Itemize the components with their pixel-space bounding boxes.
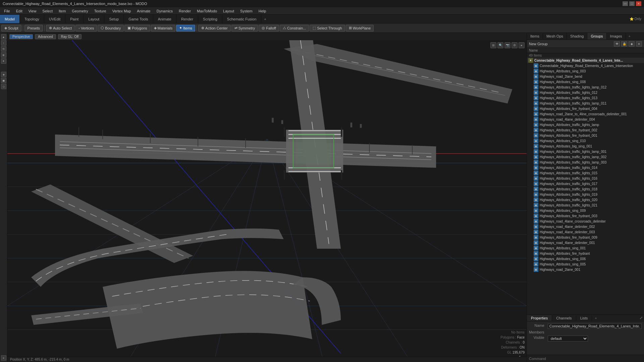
list-item[interactable]: ▣ Highways_Attributes_traffic_lights_020 <box>527 197 644 202</box>
list-item[interactable]: ▣ Highways_Attributes_fire_hydrant_009 <box>527 235 644 240</box>
tab-channels[interactable]: Channels <box>552 315 576 321</box>
list-item[interactable]: ▣ Highways_Attributes_fire_hydrant_002 <box>527 127 644 133</box>
boundary-button[interactable]: ⬡ Boundary <box>98 25 124 32</box>
list-item[interactable]: ▣ Highways_Attributes_traffic_lights_014 <box>527 165 644 170</box>
menu-render[interactable]: Render <box>176 8 194 14</box>
menu-item[interactable]: Item <box>56 8 68 14</box>
vp-tool-4[interactable]: ⚙ <box>512 42 518 48</box>
list-item[interactable]: ▣ Highways_road_2lane_001 <box>527 267 644 272</box>
items-list[interactable]: 49 Items ▼ Connectable_Highway_Road_Elem… <box>527 53 644 314</box>
advanced-button[interactable]: Advanced <box>35 34 56 39</box>
right-header-more-btn[interactable]: ≡ <box>636 41 642 47</box>
left-tool-6[interactable]: ◈ <box>1 72 6 77</box>
vertices-button[interactable]: ◦ Vertices <box>75 25 97 32</box>
menu-select[interactable]: Select <box>40 8 55 14</box>
list-item[interactable]: ▣ Highways_Attributes_sing_009 <box>527 208 644 213</box>
symmetry-button[interactable]: ⇌ Symmetry <box>231 25 258 32</box>
right-tab-images[interactable]: Images <box>607 33 626 40</box>
right-tab-groups[interactable]: Groups <box>587 33 606 40</box>
menu-maxtomodo[interactable]: MaxToModo <box>194 8 220 14</box>
tab-add-button[interactable]: + <box>261 16 269 22</box>
constrain-button[interactable]: ⧍ Constrain... <box>280 25 309 32</box>
right-tab-shading[interactable]: Shading <box>567 33 587 40</box>
list-item[interactable]: ▣ Highways_Attributes_fire_hydrant_004 <box>527 106 644 111</box>
materials-button[interactable]: ◈ Materials <box>151 25 176 32</box>
left-tool-8[interactable]: ◇ <box>1 84 6 89</box>
right-tab-items[interactable]: Items <box>527 33 543 40</box>
list-item[interactable]: ▣ Highways_Attributes_sing_005 <box>527 261 644 267</box>
list-item[interactable]: ▣ Highways_road_4lane_delimiter_001 <box>527 240 644 245</box>
tab-properties[interactable]: Properties <box>527 315 552 321</box>
menu-view[interactable]: View <box>26 8 39 14</box>
list-item[interactable]: ▣ Highways_Attributes_fire_hydrant_003 <box>527 213 644 219</box>
tab-layout[interactable]: Layout <box>84 15 104 23</box>
left-tool-4[interactable]: ⊕ <box>1 52 6 58</box>
tab-setup[interactable]: Setup <box>104 15 124 23</box>
command-input[interactable] <box>529 357 642 361</box>
polygons-button[interactable]: ▣ Polygons <box>124 25 150 32</box>
list-item[interactable]: ▣ Highways_Attributes_traffic_lights_019 <box>527 192 644 197</box>
list-item[interactable]: ▣ Highways_Attributes_traffic_lights_lam… <box>527 101 644 106</box>
auto-select-button[interactable]: ⊕ Auto Select <box>46 25 75 32</box>
list-item[interactable]: ▣ Highways_Attributes_traffic_lights_lam… <box>527 149 644 154</box>
list-item[interactable]: ▣ Highways_road_4lane_delimiter_004 <box>527 117 644 122</box>
menu-file[interactable]: File <box>1 8 13 14</box>
menu-geometry[interactable]: Geometry <box>69 8 91 14</box>
minimize-button[interactable]: — <box>623 1 628 6</box>
right-header-render-btn[interactable]: ◈ <box>629 41 635 47</box>
menu-edit[interactable]: Edit <box>13 8 25 14</box>
left-tool-1[interactable]: ▲ <box>1 34 6 40</box>
tab-schematic[interactable]: Schematic Fusion <box>222 15 261 23</box>
list-item[interactable]: ▣ Highways_road_2lane_to_4line_crossroad… <box>527 111 644 117</box>
list-item[interactable]: ▣ Highways_Attributes_big_sing_001 <box>527 143 644 149</box>
list-item[interactable]: ▣ Highways_Attributes_sing_008 <box>527 79 644 84</box>
left-tool-5[interactable]: ✦ <box>1 58 6 64</box>
list-item[interactable]: ▣ Highways_road_4lane_delimiter_003 <box>527 229 644 235</box>
list-item[interactable]: ▣ Highways_Attributes_traffic_lights_016 <box>527 176 644 181</box>
list-item[interactable]: ▣ Highways_Attributes_traffic_lights_lam… <box>527 154 644 160</box>
vp-tool-3[interactable]: 📷 <box>504 42 511 48</box>
properties-tab-add[interactable]: + <box>592 315 599 321</box>
perspective-button[interactable]: Perspective <box>9 34 33 39</box>
3d-viewport[interactable]: Perspective Advanced Ray GL: Off <box>7 33 527 362</box>
list-item[interactable]: ▣ Highways_Attributes_sing_001 <box>527 245 644 251</box>
list-item[interactable]: ▣ Highways_Attributes_traffic_lights_017 <box>527 181 644 186</box>
list-item[interactable]: ▣ Highways_Attributes_traffic_lights_lam… <box>527 160 644 165</box>
list-item[interactable]: ▣ Connectable_Highway_Road_Elements_4_La… <box>527 63 644 68</box>
list-item[interactable]: ▣ Highways_road_4lane_crossroads_delimit… <box>527 219 644 224</box>
right-header-vis-btn[interactable]: 👁 <box>614 41 620 47</box>
list-item[interactable]: ▣ Highways_Attributes_traffic_lights_015 <box>527 170 644 176</box>
menu-system[interactable]: System <box>237 8 255 14</box>
tab-gametools[interactable]: Game Tools <box>124 15 153 23</box>
right-header-lock-btn[interactable]: 🔒 <box>621 41 627 47</box>
list-item[interactable]: ▣ Highways_Attributes_sing_006 <box>527 256 644 261</box>
tab-render[interactable]: Render <box>176 15 198 23</box>
action-center-button[interactable]: ⊕ Action Center <box>198 25 231 32</box>
list-item[interactable]: ▣ Highways_Attributes_traffic_lights_lam… <box>527 122 644 127</box>
tab-topology[interactable]: Topology <box>20 15 44 23</box>
tab-animate[interactable]: Animate <box>153 15 176 23</box>
name-input[interactable] <box>548 323 642 329</box>
right-tab-add[interactable]: + <box>626 33 633 40</box>
vp-tool-5[interactable]: ▸ <box>519 42 525 48</box>
left-tool-3[interactable]: ⟲ <box>1 46 6 52</box>
menu-help[interactable]: Help <box>256 8 269 14</box>
list-item[interactable]: ▣ Highways_Attributes_traffic_lights_013 <box>527 95 644 101</box>
ray-gl-button[interactable]: Ray GL: Off <box>58 34 82 39</box>
tab-uvedit[interactable]: UVEdit <box>44 15 65 23</box>
list-item[interactable]: ▣ Highways_Attributes_traffic_lights_012 <box>527 90 644 95</box>
menu-vertexmap[interactable]: Vertex Map <box>110 8 134 14</box>
workplane-button[interactable]: ⊞ WorkPlane <box>346 25 374 32</box>
list-item[interactable]: ▣ Highways_Attributes_traffic_lights_021 <box>527 202 644 208</box>
list-item[interactable]: ▣ Highways_road_2lane_bend <box>527 74 644 79</box>
presets-button[interactable]: Presets <box>24 25 43 32</box>
close-button[interactable]: ✕ <box>636 1 641 6</box>
list-item[interactable]: ▣ Highways_Attributes_traffic_lights_018 <box>527 186 644 192</box>
menu-dynamics[interactable]: Dynamics <box>154 8 175 14</box>
menu-layout[interactable]: Layout <box>220 8 237 14</box>
select-through-button[interactable]: ⬚ Select Through <box>310 25 345 32</box>
list-item[interactable]: ▣ Highways_Attributes_traffic_lights_lam… <box>527 84 644 90</box>
vp-tool-1[interactable]: ⊞ <box>490 42 496 48</box>
left-tool-bottom[interactable]: ≡ <box>1 355 6 361</box>
list-item[interactable]: ▣ Highways_Attributes_fire_hydrant_001 <box>527 133 644 138</box>
